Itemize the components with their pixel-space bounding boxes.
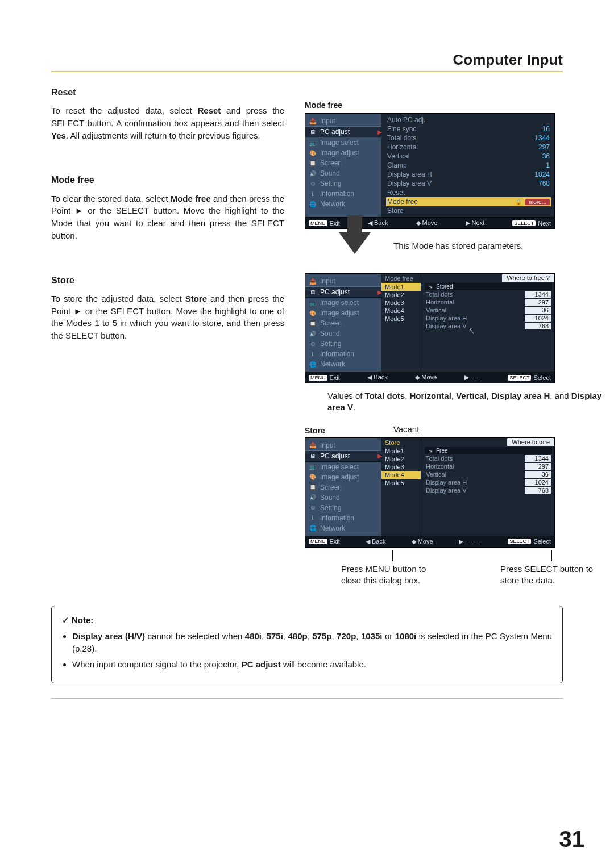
arrow-down-icon [305,229,371,273]
mode-item[interactable]: Mode1 [381,283,421,291]
value-label: Vertical [426,307,446,314]
osd-side-item[interactable]: 🎨Image adjust [305,148,381,158]
menu-icon: 📺 [309,464,317,470]
osd-side-item[interactable]: 🌐Network [305,359,381,369]
value-row: Display area V768 [425,322,552,330]
osd-side-item[interactable]: 🌐Network [305,199,381,209]
osd-row[interactable]: Reset [386,188,551,197]
page-header: Computer Input [51,51,563,72]
exit-label: Exit [330,374,340,381]
mode-item[interactable]: Mode4 [381,471,421,479]
menu-icon: 🌐 [309,525,317,532]
mode-item[interactable]: Mode1 [381,447,421,455]
page-number: 31 [559,827,585,852]
where-header: Where to free ? [502,274,554,282]
osd-side-item[interactable]: 📥Input [305,116,381,126]
osd-side-item[interactable]: 🔲Screen [305,318,381,328]
osd-side-item[interactable]: 🖥PC adjust [305,126,381,137]
osd-side-label: PC adjust [320,452,350,460]
osd-row[interactable]: Clamp1 [386,161,551,170]
menu-icon: 🔊 [309,494,317,501]
osd-label: Reset [387,189,521,197]
mode-item[interactable]: Mode4 [381,307,421,315]
osd-side-item[interactable]: 🎨Image adjust [305,472,381,482]
mode-item[interactable]: Mode3 [381,299,421,307]
menu-icon: 📺 [309,139,317,146]
right-column: Mode free 📥Input🖥PC adjust📺Image select🎨… [305,86,603,586]
osd-row[interactable]: Vertical36 [386,152,551,161]
osd-side-item[interactable]: ℹInformation [305,349,381,359]
osd-row[interactable]: Display area H1024 [386,170,551,179]
menu-icon: 🌐 [309,361,317,368]
mode-item[interactable]: Mode2 [381,455,421,463]
osd-side-item[interactable]: ℹInformation [305,189,381,199]
osd-title-modefree: Mode free [305,101,603,110]
osd-side-item[interactable]: 🔊Sound [305,493,381,503]
osd-side-item[interactable]: ℹInformation [305,513,381,523]
osd-row[interactable]: Fine sync16 [386,124,551,133]
value-label: Horizontal [426,299,454,306]
osd-value: 1344 [521,134,550,142]
osd-side-item[interactable]: 📺Image select [305,137,381,148]
osd-side-item[interactable]: 🖥PC adjust [305,450,381,462]
osd-side-label: Screen [320,159,342,167]
menu-icon: 🔊 [309,170,317,177]
menu-icon: 📥 [309,442,317,449]
select-next-label: Next [538,220,551,227]
reset-section: Reset To reset the adjusted data, select… [51,86,284,141]
osd-side-item[interactable]: 🔲Screen [305,482,381,493]
osd-footer: MENU Exit ◀ Back ◆ Move ▶ Next SELECT Ne… [305,217,554,228]
mode-item[interactable]: Mode5 [381,315,421,323]
osd-side-item[interactable]: 🎨Image adjust [305,308,381,318]
back-label: ◀ Back [367,374,388,381]
callout-line-icon [392,550,393,561]
value-number: 1024 [525,479,551,486]
modefree-heading: Mode free [51,173,284,186]
mode-column: Mode free Mode1 Mode2 Mode3 Mode4 Mode5 [381,274,421,372]
exit-label: Exit [330,220,340,227]
osd-row[interactable]: Total dots1344 [386,133,551,143]
osd-side-label: Input [320,441,335,449]
select-pill: SELECT [508,539,531,544]
mode-item[interactable]: Mode5 [381,479,421,487]
osd-side-label: Image select [320,463,359,471]
osd-row[interactable]: Display area V768 [386,179,551,188]
menu-pill: MENU [309,539,327,544]
osd-side-item[interactable]: 📺Image select [305,462,381,472]
move-label: ◆ Move [415,374,437,381]
osd-side-label: Image adjust [320,309,359,317]
osd-side-item[interactable]: 🔲Screen [305,158,381,168]
osd-side-item[interactable]: ⚙Setting [305,339,381,349]
osd-side-item[interactable]: 📺Image select [305,298,381,308]
osd-side-item[interactable]: ⚙Setting [305,178,381,189]
osd-side-label: Input [320,277,335,285]
osd-side-item[interactable]: 🔊Sound [305,328,381,339]
osd-label: Vertical [387,152,521,160]
text: To store the adjusted data, select [51,294,185,303]
osd-side-item[interactable]: 🖥PC adjust [305,286,381,298]
osd-row[interactable]: Auto PC adj. [386,115,551,124]
mode-item[interactable]: Mode2 [381,291,421,299]
value-label: Total dots [426,455,453,462]
osd-side-label: Sound [320,329,340,337]
osd-side-item[interactable]: 🔊Sound [305,168,381,178]
osd-sidebar: 📥Input🖥PC adjust📺Image select🎨Image adju… [305,274,381,372]
mode-item[interactable]: Mode3 [381,463,421,471]
osd-side-item[interactable]: 🌐Network [305,523,381,533]
osd-row[interactable]: Horizontal297 [386,143,551,152]
osd-label: Clamp [387,161,521,169]
menu-icon: 🖥 [309,128,317,135]
osd-row-modefree[interactable]: Mode free 🔒 more... [386,197,551,206]
osd-side-item[interactable]: ⚙Setting [305,503,381,513]
osd-side-label: Image select [320,299,359,307]
osd-side-item[interactable]: 📥Input [305,440,381,450]
select-label: Select [533,538,551,545]
value-label: Display area V [426,487,467,494]
osd-side-label: Screen [320,483,342,491]
value-row: Vertical36 [425,306,552,314]
osd-pc-adjust: 📥Input🖥PC adjust📺Image select🎨Image adju… [305,113,555,229]
value-row: Horizontal297 [425,462,552,470]
next-label: ▶ - - - [464,374,480,381]
osd-side-item[interactable]: 📥Input [305,276,381,286]
osd-row-store[interactable]: Store [386,206,551,215]
